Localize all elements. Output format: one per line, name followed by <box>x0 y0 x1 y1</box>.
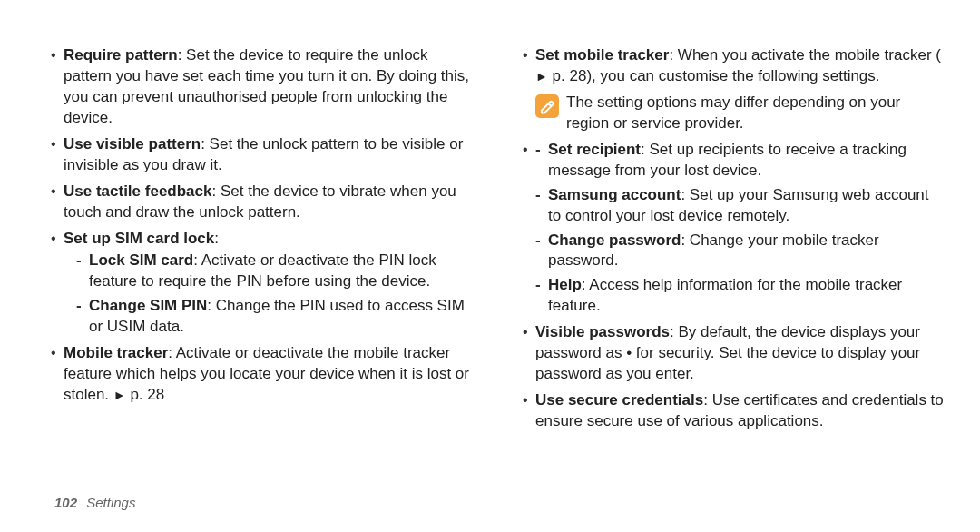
item-title: Set recipient <box>548 141 641 158</box>
note-callout: The setting options may differ depending… <box>535 93 944 134</box>
item-text: : <box>214 230 219 247</box>
item-title: Mobile tracker <box>64 344 168 361</box>
list-item: Require pattern: Set the device to requi… <box>51 45 472 129</box>
item-title: Use tactile feedback <box>64 182 211 200</box>
list-item: Change password: Change your mobile trac… <box>535 231 944 272</box>
item-title: Change SIM PIN <box>89 297 207 314</box>
list-item: Use visible pattern: Set the unlock patt… <box>51 134 472 176</box>
item-title: Lock SIM card <box>89 251 193 269</box>
list-item: Set up SIM card lock: Lock SIM card: Act… <box>51 229 472 339</box>
item-title: Samsung account <box>548 186 681 203</box>
section-label: Settings <box>86 495 135 510</box>
item-title: Require pattern <box>64 46 178 64</box>
list-item: Mobile tracker: Activate or deactivate t… <box>51 343 472 406</box>
item-title: Set mobile tracker <box>535 46 669 64</box>
item-title: Use visible pattern <box>64 135 201 153</box>
right-column: Set mobile tracker: When you activate th… <box>508 45 944 438</box>
note-text: The setting options may differ depending… <box>566 93 944 134</box>
list-item: Set mobile tracker: When you activate th… <box>523 45 944 87</box>
note-icon <box>535 94 559 118</box>
item-title: Help <box>548 276 582 293</box>
manual-page: Require pattern: Set the device to requi… <box>0 0 980 532</box>
page-number: 102 <box>54 495 77 510</box>
content-columns: Require pattern: Set the device to requi… <box>36 45 944 438</box>
item-title: Change password <box>548 232 681 249</box>
list-item: Lock SIM card: Activate or deactivate th… <box>76 251 472 292</box>
list-item: Visible passwords: By default, the devic… <box>523 322 944 385</box>
list-item-container: Set recipient: Set up recipients to rece… <box>523 140 944 318</box>
item-text: : Access help information for the mobile… <box>548 276 902 314</box>
list-item: Use secure credentials: Use certificates… <box>523 390 944 432</box>
item-text: p. 28 <box>126 386 165 403</box>
list-item: Help: Access help information for the mo… <box>535 275 944 317</box>
item-title: Set up SIM card lock <box>64 230 214 247</box>
list-item: Use tactile feedback: Set the device to … <box>51 182 472 223</box>
list-item: Samsung account: Set up your Samsung web… <box>535 185 944 227</box>
item-text: p. 28), you can customise the following … <box>548 67 880 84</box>
arrow-icon: ► <box>113 388 126 402</box>
item-text: : When you activate the mobile tracker ( <box>669 46 941 64</box>
list-item: Change SIM PIN: Change the PIN used to a… <box>76 296 472 338</box>
list-item: Set recipient: Set up recipients to rece… <box>535 140 944 182</box>
item-title: Use secure credentials <box>535 391 703 409</box>
page-footer: 102 Settings <box>54 495 135 510</box>
item-title: Visible passwords <box>535 323 670 340</box>
left-column: Require pattern: Set the device to requi… <box>36 45 472 438</box>
arrow-icon: ► <box>535 69 548 84</box>
